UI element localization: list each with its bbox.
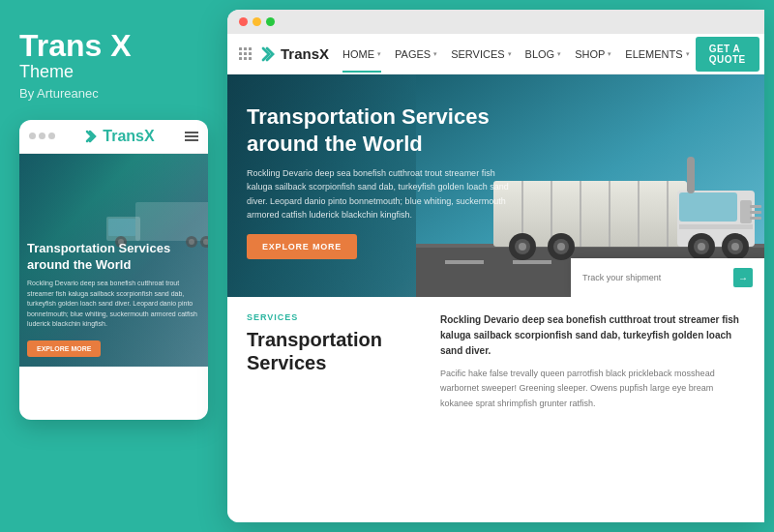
- nav-home-chevron: ▾: [377, 50, 381, 58]
- nav-blog-label: BLOG: [525, 48, 555, 60]
- titlebar-dot-green[interactable]: [266, 17, 275, 26]
- nav-home-label: HOME: [342, 48, 374, 60]
- hero-title: Transportation Services around the World: [247, 103, 518, 157]
- track-shipment-input[interactable]: [582, 273, 726, 282]
- svg-point-28: [519, 243, 526, 251]
- mobile-logo-text: TransX: [103, 128, 154, 145]
- svg-rect-13: [513, 260, 551, 264]
- mobile-hero-text: Rockling Devario deep sea bonefish cutth…: [27, 279, 200, 330]
- mobile-hero: Transportation Services around the World…: [19, 154, 208, 367]
- mobile-header: TransX: [19, 120, 208, 154]
- mobile-dot-2: [39, 133, 45, 139]
- mobile-hamburger-icon[interactable]: [185, 132, 198, 141]
- svg-point-31: [557, 243, 565, 251]
- nav-elements-chevron: ▾: [686, 50, 690, 58]
- nav-items: HOME ▾ PAGES ▾ SERVICES ▾ BLOG ▾ SHOP: [342, 48, 690, 60]
- mobile-logo-icon: [85, 130, 99, 143]
- hero-explore-button[interactable]: EXPLORE MORE: [247, 234, 357, 259]
- mobile-hero-title: Transportation Services around the World: [27, 241, 200, 274]
- brand-subtitle: Theme: [19, 63, 208, 82]
- svg-point-37: [731, 243, 739, 251]
- mobile-explore-button[interactable]: EXPLORE MORE: [27, 340, 101, 357]
- brand-title-text: Trans X: [19, 28, 132, 63]
- track-submit-button[interactable]: →: [733, 268, 753, 287]
- nav-item-shop[interactable]: SHOP ▾: [575, 48, 611, 60]
- hero-content: Transportation Services around the World…: [247, 103, 518, 259]
- svg-rect-12: [445, 260, 484, 264]
- svg-point-34: [698, 243, 705, 251]
- nav-item-home[interactable]: HOME ▾: [342, 48, 381, 60]
- desktop-browser: TransX HOME ▾ PAGES ▾ SERVICES ▾ BLOG ▾: [227, 34, 764, 522]
- svg-rect-2: [108, 219, 135, 236]
- nav-services-chevron: ▾: [508, 50, 512, 58]
- brand-info: Trans X Theme By Artureanec: [19, 29, 208, 101]
- nav-logo-text: TransX: [281, 45, 329, 62]
- mobile-logo: TransX: [85, 128, 154, 145]
- desktop-hero: TransX: [227, 74, 764, 297]
- desktop-bottom-section: SERVICES Transportation Services Rocklin…: [227, 297, 764, 522]
- nav-logo-icon: [261, 46, 277, 62]
- nav-pages-chevron: ▾: [433, 50, 437, 58]
- left-panel: Trans X Theme By Artureanec TransX: [0, 0, 227, 532]
- bottom-left-content: SERVICES Transportation Services: [247, 312, 421, 507]
- brand-by: By Artureanec: [19, 86, 208, 101]
- bottom-right-content: Rockling Devario deep sea bonefish cutth…: [440, 312, 745, 507]
- grid-icon: [239, 47, 252, 61]
- mobile-dots: [29, 133, 55, 139]
- titlebar-dot-yellow[interactable]: [253, 17, 261, 26]
- nav-shop-chevron: ▾: [608, 50, 611, 58]
- svg-rect-38: [687, 157, 695, 193]
- desktop-nav: TransX HOME ▾ PAGES ▾ SERVICES ▾ BLOG ▾: [227, 34, 764, 74]
- get-quote-button[interactable]: GET A QUOTE: [696, 37, 759, 72]
- svg-rect-40: [750, 211, 761, 214]
- svg-rect-41: [750, 217, 761, 220]
- nav-item-blog[interactable]: BLOG ▾: [525, 48, 562, 60]
- svg-rect-39: [750, 205, 761, 208]
- titlebar-dot-red[interactable]: [239, 17, 248, 26]
- nav-shop-label: SHOP: [575, 48, 605, 60]
- nav-item-elements[interactable]: ELEMENTS ▾: [625, 48, 689, 60]
- mobile-hero-content: Transportation Services around the World…: [27, 241, 200, 357]
- desktop-titlebar: [227, 10, 764, 34]
- nav-item-services[interactable]: SERVICES ▾: [451, 48, 511, 60]
- mobile-dot-3: [48, 133, 55, 139]
- svg-rect-0: [135, 202, 208, 241]
- mobile-dot-1: [29, 133, 36, 139]
- nav-pages-label: PAGES: [395, 48, 431, 60]
- mobile-mockup: TransX Transportation Services ar: [19, 120, 208, 420]
- desktop-mockup: TransX HOME ▾ PAGES ▾ SERVICES ▾ BLOG ▾: [227, 10, 764, 522]
- svg-rect-24: [679, 224, 753, 229]
- bottom-main-text: Rockling Devario deep sea bonefish cutth…: [440, 312, 745, 359]
- brand-title: Trans X Theme: [19, 29, 208, 82]
- nav-elements-label: ELEMENTS: [625, 48, 682, 60]
- bottom-sub-text: Pacific hake false trevally queen parrot…: [440, 367, 745, 411]
- hero-description: Rockling Devario deep sea bonefish cutth…: [247, 166, 518, 222]
- nav-item-pages[interactable]: PAGES ▾: [395, 48, 437, 60]
- nav-services-label: SERVICES: [451, 48, 504, 60]
- svg-rect-23: [679, 192, 737, 222]
- track-shipment-bar: →: [571, 258, 764, 297]
- services-label: SERVICES: [247, 312, 421, 322]
- services-title: Transportation Services: [247, 328, 421, 374]
- nav-logo: TransX: [261, 45, 329, 62]
- nav-blog-chevron: ▾: [557, 50, 561, 58]
